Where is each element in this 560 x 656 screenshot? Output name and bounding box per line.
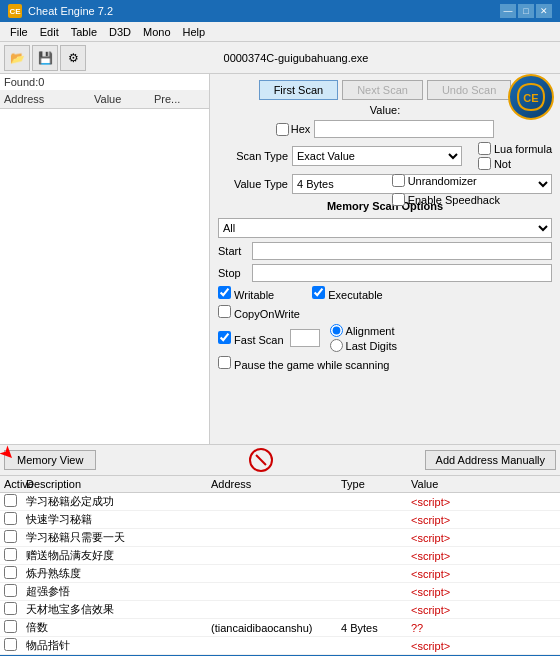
menu-table[interactable]: Table [65,24,103,40]
bottom-toolbar: Memory View Add Address Manually [0,444,560,476]
writable-checkbox[interactable] [218,286,231,299]
value-input[interactable] [314,120,494,138]
stop-icon[interactable] [249,448,273,472]
row-active-check[interactable] [4,620,26,635]
pause-label: Pause the game while scanning [218,356,389,371]
minimize-button[interactable]: — [500,4,516,18]
memory-scan-select[interactable]: All Custom [218,218,552,238]
row-active-check[interactable] [4,494,26,509]
row-active-check[interactable] [4,602,26,617]
start-label: Start [218,245,248,257]
pause-checkbox[interactable] [218,356,231,369]
col-value-header: Value [94,93,154,105]
row-active-check[interactable] [4,638,26,653]
row-active-check[interactable] [4,566,26,581]
hex-checkbox[interactable] [276,123,289,136]
row-type: 4 Bytes [341,622,411,634]
table-row[interactable]: 赠送物品满友好度<script> [0,547,560,565]
value-label: Value: [370,104,400,116]
unrandomizer-checkbox[interactable] [392,174,405,187]
main-content: Found:0 Address Value Pre... ➤ First Sca… [0,74,560,444]
table-row[interactable]: 学习秘籍必定成功<script> [0,493,560,511]
row-description: 天材地宝多信效果 [26,602,211,617]
speedhack-checkbox[interactable] [392,193,405,206]
not-checkbox[interactable] [478,157,491,170]
title-bar: CE Cheat Engine 7.2 — □ ✕ [0,0,560,22]
next-scan-button[interactable]: Next Scan [342,80,423,100]
lua-formula-checkbox[interactable] [478,142,491,155]
row-active-check[interactable] [4,512,26,527]
undo-scan-button[interactable]: Undo Scan [427,80,511,100]
close-button[interactable]: ✕ [536,4,552,18]
address-table-body: 学习秘籍必定成功<script>快速学习秘籍<script>学习秘籍只需要一天<… [0,493,560,656]
menu-mono[interactable]: Mono [137,24,177,40]
row-value: <script> [411,568,556,580]
speedhack-label: Enable Speedhack [392,193,500,206]
copy-on-write-checkbox[interactable] [218,305,231,318]
scan-type-select[interactable]: Exact Value Bigger than... Smaller than.… [292,146,462,166]
menu-edit[interactable]: Edit [34,24,65,40]
writable-label: Writable [218,286,274,301]
svg-text:CE: CE [523,92,538,104]
row-value: <script> [411,496,556,508]
process-name: 0000374C-guigubahuang.exe [88,52,504,64]
col-desc-header: Description [26,478,211,490]
table-row[interactable]: 倍数(tiancaidibaocanshu)4 Bytes?? [0,619,560,637]
row-description: 炼丹熟练度 [26,566,211,581]
executable-checkbox[interactable] [312,286,325,299]
table-row[interactable]: 超强参悟<script> [0,583,560,601]
left-panel-header: Address Value Pre... [0,90,209,109]
scan-type-row: Scan Type Exact Value Bigger than... Sma… [218,142,552,170]
toolbar: 📂 💾 ⚙ 0000374C-guigubahuang.exe [0,42,560,74]
row-value: <script> [411,514,556,526]
table-row[interactable]: 快速学习秘籍<script> [0,511,560,529]
app-title: Cheat Engine 7.2 [28,5,113,17]
fast-scan-input[interactable]: 4 [290,329,320,347]
stop-input[interactable]: 00007FFFFFFFFFFF [252,264,552,282]
row-active-check[interactable] [4,584,26,599]
ce-logo: CE [508,74,554,120]
row-value: ?? [411,622,556,634]
copy-on-write-label: CopyOnWrite [218,305,300,320]
fast-scan-checkbox[interactable] [218,331,231,344]
row-description: 学习秘籍必定成功 [26,494,211,509]
col-addr-header: Address [211,478,341,490]
menu-file[interactable]: File [4,24,34,40]
table-row[interactable]: 炼丹熟练度<script> [0,565,560,583]
menu-bar: File Edit Table D3D Mono Help [0,22,560,42]
memory-scan-header: Memory Scan Options [218,200,552,212]
left-panel: Found:0 Address Value Pre... ➤ [0,74,210,444]
hex-label: Hex [276,123,311,136]
save-button[interactable]: 💾 [32,45,58,71]
col-type-header: Type [341,478,411,490]
right-panel: First Scan Next Scan Undo Scan Value: He… [210,74,560,444]
table-row[interactable]: 天材地宝多信效果<script> [0,601,560,619]
table-row[interactable]: 学习秘籍只需要一天<script> [0,529,560,547]
row-active-check[interactable] [4,530,26,545]
settings-toolbar-button[interactable]: ⚙ [60,45,86,71]
row-active-check[interactable] [4,548,26,563]
row-description: 赠送物品满友好度 [26,548,211,563]
col-address-header: Address [4,93,94,105]
hex-value-row: Hex [218,120,552,138]
open-button[interactable]: 📂 [4,45,30,71]
scan-results-list [0,109,209,444]
not-check: Not [478,157,552,170]
fast-scan-label: Fast Scan [218,331,284,346]
start-input[interactable]: 0000000000000000 [252,242,552,260]
add-address-button[interactable]: Add Address Manually [425,450,556,470]
menu-d3d[interactable]: D3D [103,24,137,40]
executable-label: Executable [312,286,383,301]
stop-label: Stop [218,267,248,279]
table-row[interactable]: 物品指针<script> [0,637,560,655]
col-active-header: Active [4,478,26,490]
last-digits-radio[interactable] [330,339,343,352]
menu-help[interactable]: Help [177,24,212,40]
maximize-button[interactable]: □ [518,4,534,18]
first-scan-button[interactable]: First Scan [259,80,339,100]
alignment-radio[interactable] [330,324,343,337]
row-description: 快速学习秘籍 [26,512,211,527]
writable-exec-row: Writable Executable [218,286,552,301]
row-description: 物品指针 [26,638,211,653]
alignment-group: Alignment Last Digits [330,324,397,352]
